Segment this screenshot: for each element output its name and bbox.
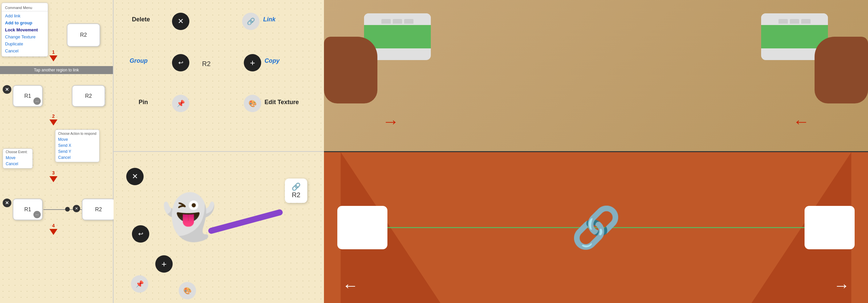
link-x-icon: ✕: [75, 206, 78, 211]
close-icon-bot: ✕: [5, 200, 9, 206]
dots-icon-bot: ···: [35, 212, 39, 217]
ctx-link-label: Link: [263, 16, 276, 23]
cmd-change-texture[interactable]: Change Texture: [2, 33, 48, 40]
region-r1-mid-label: R1: [24, 93, 31, 99]
ctx-copy-ghost[interactable]: +: [155, 255, 173, 273]
choose-event-box: Choose Event: Move Cancel: [3, 148, 33, 169]
dots-btn-r1-bot[interactable]: ···: [33, 211, 41, 218]
event-move[interactable]: Move: [6, 155, 30, 161]
purple-link-line: [208, 209, 283, 235]
region-r2-bot[interactable]: R2: [82, 199, 115, 220]
link-x-btn[interactable]: ✕: [73, 205, 80, 212]
ctx-pin-label: Pin: [138, 99, 148, 106]
ctx-group-btn[interactable]: ↩: [172, 54, 189, 71]
region-r2-mid-label: R2: [85, 93, 92, 99]
step-arrow-3: 3: [50, 170, 57, 182]
dots-btn-r1[interactable]: ···: [33, 97, 41, 105]
right-top-panel: → ←: [324, 0, 868, 152]
action-cancel[interactable]: Cancel: [56, 155, 99, 161]
event-cancel[interactable]: Cancel: [6, 161, 30, 167]
ctx-pin-ghost[interactable]: 📌: [131, 275, 148, 293]
step-num-1: 1: [52, 49, 55, 55]
red-arrow-right: →: [382, 112, 399, 131]
arrow-triangle-3: [50, 176, 57, 182]
close-icon: ✕: [5, 87, 9, 92]
finger-left: [324, 37, 377, 103]
right-bottom-panel: 🔗 ← →: [324, 152, 868, 303]
ctx-copy-icon: +: [250, 58, 255, 68]
action-send-y[interactable]: Send Y: [56, 148, 99, 155]
ctx-palette-ghost[interactable]: 🎨: [179, 282, 196, 299]
cmd-add-link[interactable]: Add link: [2, 12, 48, 19]
middle-panels: Delete ✕ 🔗 Link Group ↩ R2 + Copy Pin 📌: [114, 0, 324, 303]
red-arrow-left: ←: [793, 112, 810, 131]
ctx-palette-btn[interactable]: 🎨: [244, 95, 261, 112]
ctx-pin-ghost-icon: 📌: [135, 280, 144, 288]
choose-action-title: Choose Action to respond: [56, 131, 99, 136]
ctx-delete-btn[interactable]: ✕: [172, 13, 189, 30]
studs-right: [761, 13, 828, 25]
step-num-4: 4: [52, 223, 55, 228]
ctx-copy-btn[interactable]: +: [244, 54, 261, 71]
arrow-triangle-4: [50, 229, 57, 235]
ctx-palette-ghost-icon: 🎨: [183, 287, 192, 295]
arrow-triangle-2: [50, 120, 57, 126]
cmd-cancel[interactable]: Cancel: [2, 47, 48, 55]
command-menu-title: Command Menu: [2, 5, 48, 11]
action-move[interactable]: Move: [56, 136, 99, 142]
region-r2-mid[interactable]: R2: [72, 85, 105, 107]
ctx-delete-icon: ✕: [178, 17, 184, 26]
ctx-group-label: Group: [130, 57, 148, 64]
r2-badge-label: R2: [292, 191, 301, 199]
link-dot-bot: [65, 207, 70, 211]
command-menu: Command Menu Add link Add to group Lock …: [1, 3, 48, 57]
close-btn-r1-bot[interactable]: ✕: [3, 199, 11, 207]
ctx-copy-ghost-icon: +: [161, 259, 166, 269]
green-stripe-1: [364, 25, 431, 37]
close-btn-r1-mid[interactable]: ✕: [3, 85, 11, 94]
choose-event-title: Choose Event:: [6, 150, 30, 155]
ghost-emoji: 👻: [162, 192, 216, 243]
step-arrow-4: 4: [50, 223, 57, 235]
region-r1-mid[interactable]: R1 ···: [13, 85, 43, 107]
ctx-edit-texture-label: Edit Texture: [265, 99, 299, 106]
studs-left: [364, 13, 431, 25]
ctx-group-ghost-icon: ↩: [138, 230, 143, 238]
stud-r-3: [801, 19, 811, 24]
right-panels: → ← 🔗 ← →: [324, 0, 868, 303]
region-r1-bot[interactable]: R1 ···: [13, 199, 43, 220]
white-block-right: [805, 206, 855, 249]
arrow-triangle-1: [50, 56, 57, 61]
ctx-group-ghost[interactable]: ↩: [132, 225, 149, 243]
step-num-3: 3: [52, 170, 55, 175]
choose-action-box: Choose Action to respond Move Send X Sen…: [55, 130, 99, 162]
white-block-left: [337, 206, 388, 249]
ctx-link-btn[interactable]: 🔗: [242, 13, 259, 30]
step-arrow-1: 1: [50, 49, 57, 61]
dots-icon: ···: [35, 99, 39, 103]
stud-2: [393, 19, 402, 24]
ctx-link-icon: 🔗: [247, 18, 255, 25]
middle-bottom-panel: ✕ ↩ + 📌 🎨 👻 🔗 R2: [114, 152, 324, 303]
ctx-pin-btn[interactable]: 📌: [172, 95, 189, 112]
cmd-duplicate[interactable]: Duplicate: [2, 40, 48, 47]
step-num-2: 2: [52, 113, 55, 119]
cmd-lock-movement[interactable]: Lock Movement: [2, 26, 48, 33]
left-panel: Command Menu Add link Add to group Lock …: [0, 0, 114, 303]
ctx-copy-label: Copy: [265, 57, 280, 64]
region-r2-top[interactable]: R2: [67, 23, 100, 47]
r2-badge-ghost: 🔗 R2: [285, 178, 307, 203]
tap-bar: Tap another region to link: [0, 66, 113, 74]
cmd-add-to-group[interactable]: Add to group: [2, 19, 48, 26]
white-arrow-left: ←: [342, 276, 359, 295]
stud-3: [404, 19, 413, 24]
region-r2-top-label: R2: [80, 32, 87, 38]
stud-1: [381, 19, 391, 24]
middle-top-panel: Delete ✕ 🔗 Link Group ↩ R2 + Copy Pin 📌: [114, 0, 324, 152]
green-stripe-r-1: [761, 25, 828, 37]
action-send-x[interactable]: Send X: [56, 142, 99, 148]
r2-badge-link-icon: 🔗: [291, 182, 301, 191]
region-r2-bot-label: R2: [95, 207, 102, 212]
ctx-palette-icon: 🎨: [248, 99, 257, 107]
ctx-close-ghost[interactable]: ✕: [126, 168, 144, 185]
